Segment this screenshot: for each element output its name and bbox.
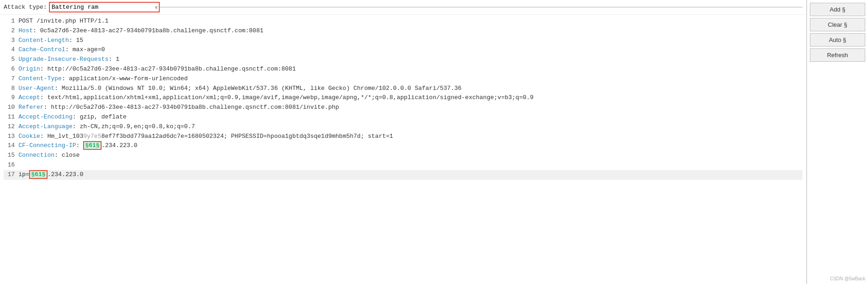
line-9: 9 Accept: text/html,application/xhtml+xm… <box>4 93 802 103</box>
main-container: Attack type: Sniper Battering ram Pitchf… <box>0 0 868 284</box>
attack-type-select[interactable]: Sniper Battering ram Pitchfork Cluster b… <box>49 2 160 12</box>
auto-button[interactable]: Auto § <box>810 33 865 47</box>
right-panel: Add § Clear § Auto § Refresh <box>807 0 868 284</box>
payload-box-17: §61§ <box>29 170 47 179</box>
attack-type-select-wrapper: Sniper Battering ram Pitchfork Cluster b… <box>49 2 160 12</box>
request-body: 1 POST /invite.php HTTP/1.1 2 Host: 0c5a… <box>0 15 806 182</box>
line-11: 11 Accept-Encoding: gzip, deflate <box>4 112 802 122</box>
line-16: 16 <box>4 160 802 170</box>
line-10: 10 Referer: http://0c5a27d6-23ee-4813-ac… <box>4 103 802 112</box>
line-5: 5 Upgrade-Insecure-Requests: 1 <box>4 55 802 65</box>
line-14: 14 CF-Connecting-IP: §61§.234.223.0 <box>4 141 802 151</box>
line-1: 1 POST /invite.php HTTP/1.1 <box>4 17 802 26</box>
attack-type-row: Attack type: Sniper Battering ram Pitchf… <box>0 0 806 15</box>
left-panel: Attack type: Sniper Battering ram Pitchf… <box>0 0 807 284</box>
line-12: 12 Accept-Language: zh-CN,zh;q=0.9,en;q=… <box>4 122 802 132</box>
line-3: 3 Content-Length: 15 <box>4 36 802 46</box>
payload-box-14: §61§ <box>83 141 101 150</box>
line-13: 13 Cookie: Hm_lvt_1039y7e58ef7f3bdd779aa… <box>4 132 802 142</box>
line-7: 7 Content-Type: application/x-www-form-u… <box>4 74 802 84</box>
line-4: 4 Cache-Control: max-age=0 <box>4 45 802 55</box>
attack-type-label: Attack type: <box>4 4 47 11</box>
clear-button[interactable]: Clear § <box>810 18 865 31</box>
divider-line <box>160 7 802 7</box>
line-8: 8 User-Agent: Mozilla/5.0 (Windows NT 10… <box>4 84 802 94</box>
add-button[interactable]: Add § <box>810 3 865 16</box>
footer-credit: CSDN @5wBack <box>830 276 865 281</box>
line-2: 2 Host: 0c5a27d6-23ee-4813-ac27-934b0791… <box>4 26 802 36</box>
refresh-button[interactable]: Refresh <box>810 48 865 62</box>
line-17: 17 ip=§61§.234.223.0 <box>4 170 802 180</box>
line-15: 15 Connection: close <box>4 151 802 160</box>
line-6: 6 Origin: http://0c5a27d6-23ee-4813-ac27… <box>4 65 802 74</box>
